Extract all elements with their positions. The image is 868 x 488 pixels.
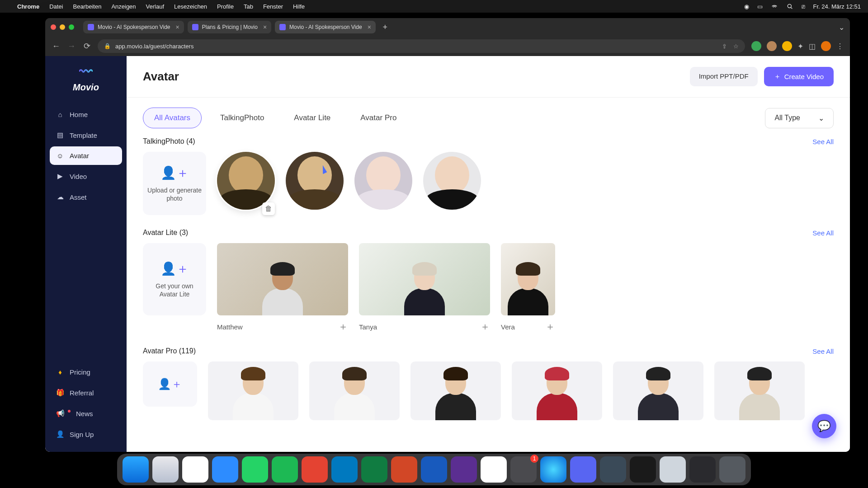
sidebar-item-video[interactable]: ▶Video [50,167,122,186]
dock-siri[interactable] [540,456,566,483]
dock-finder[interactable] [123,456,149,483]
browser-tab-active[interactable]: Movio - AI Spokesperson Vide× [275,21,376,33]
dock-spotify[interactable] [272,456,298,483]
menu-item[interactable]: Hilfe [293,3,305,10]
chevron-down-icon[interactable]: ⌄ [839,23,844,32]
dock-discord[interactable] [570,456,596,483]
sidebar-item-signup[interactable]: 👤Sign Up [50,425,122,444]
forward-button[interactable]: → [67,42,76,51]
dock-imovie[interactable] [451,456,477,483]
dock-drive[interactable] [481,456,507,483]
get-lite-card[interactable]: 👤＋ Get your own Avatar Lite [143,243,206,315]
search-icon[interactable] [786,3,793,10]
import-button[interactable]: Import PPT/PDF [690,67,758,86]
see-all-link[interactable]: See All [812,229,834,237]
dock-trash[interactable] [719,456,745,483]
battery-icon[interactable]: ▭ [757,3,763,10]
brand-logo[interactable]: 〰 Movio [50,64,122,93]
dock-chrome[interactable] [182,456,208,483]
close-icon[interactable]: × [176,23,179,31]
dock-todoist[interactable] [302,456,328,483]
extension-icon[interactable] [782,41,792,51]
type-select[interactable]: All Type⌄ [765,108,834,128]
side-panel-icon[interactable]: ◫ [809,42,816,51]
get-pro-card[interactable]: 👤＋ [143,361,197,407]
delete-button[interactable]: 🗑 [262,202,275,215]
wifi-icon[interactable] [771,3,778,10]
dock-zoom[interactable] [212,456,238,483]
dock-powerpoint[interactable] [391,456,417,483]
menu-item[interactable]: Fenster [263,3,283,10]
profile-avatar[interactable] [821,41,831,51]
menu-item[interactable]: Tab [244,3,253,10]
dock-trello[interactable] [331,456,358,483]
new-tab-button[interactable]: + [379,21,391,33]
dock-mission[interactable] [689,456,716,483]
share-icon[interactable]: ⇧ [722,43,727,50]
talkingphoto-item[interactable] [354,152,412,210]
browser-tab[interactable]: Plans & Pricing | Movio× [188,21,271,33]
dock-excel[interactable] [361,456,387,483]
menu-app-name[interactable]: Chrome [17,3,39,10]
sidebar-item-news[interactable]: 📢News [50,404,122,423]
add-button[interactable]: ＋ [338,320,348,333]
talkingphoto-item[interactable]: 🗑 [217,152,275,215]
talkingphoto-item[interactable] [286,152,344,210]
close-icon[interactable]: × [263,23,267,31]
browser-tab[interactable]: Movio - AI Spokesperson Vide× [83,21,184,33]
close-icon[interactable]: × [368,23,371,31]
pro-item[interactable] [613,361,703,420]
dock-audio[interactable] [630,456,656,483]
see-all-link[interactable]: See All [812,347,834,355]
menu-item[interactable]: Anzeigen [111,3,136,10]
lite-item[interactable]: Vera＋ [501,243,555,333]
upload-photo-card[interactable]: 👤＋ Upload or generate photo [143,152,206,215]
sidebar-item-pricing[interactable]: ♦Pricing [50,363,122,381]
lite-item[interactable]: Matthew＋ [217,243,348,333]
menu-item[interactable]: Profile [217,3,234,10]
filter-chip-pro[interactable]: Avatar Pro [349,108,408,128]
sidebar-item-referral[interactable]: 🎁Referral [50,383,122,402]
obs-icon[interactable]: ◉ [744,3,749,10]
reload-button[interactable]: ⟳ [82,41,91,51]
back-button[interactable]: ← [52,42,61,51]
address-bar[interactable]: 🔒 app.movio.la/guest/characters ⇧ ☆ [98,39,745,53]
see-all-link[interactable]: See All [812,138,834,145]
kebab-icon[interactable]: ⋮ [836,42,844,51]
sidebar-item-template[interactable]: ▤Template [50,126,122,145]
pro-item[interactable] [410,361,501,420]
filter-chip-talkingphoto[interactable]: TalkingPhoto [209,108,275,128]
dock-preview[interactable] [660,456,686,483]
pro-item[interactable] [309,361,400,420]
talkingphoto-item[interactable] [423,152,481,210]
menu-item[interactable]: Datei [49,3,63,10]
create-video-button[interactable]: ＋Create Video [764,67,834,86]
lite-item[interactable]: Tanya＋ [359,243,490,333]
filter-chip-lite[interactable]: Avatar Lite [283,108,342,128]
star-icon[interactable]: ☆ [733,43,739,50]
menu-item[interactable]: Verlauf [146,3,164,10]
extension-icon[interactable] [767,41,777,51]
window-controls[interactable] [51,24,74,30]
dock-quicktime[interactable] [600,456,626,483]
extension-icon[interactable] [751,41,761,51]
dock-safari[interactable] [152,456,179,483]
pro-item[interactable] [512,361,602,420]
control-center-icon[interactable]: ⎚ [802,3,805,10]
add-button[interactable]: ＋ [545,320,555,333]
sidebar-item-avatar[interactable]: ☺Avatar [50,146,122,165]
sidebar-item-home[interactable]: ⌂Home [50,105,122,124]
pro-item[interactable] [208,361,298,420]
puzzle-icon[interactable]: ✦ [797,42,803,51]
clock[interactable]: Fr. 24. März 12:51 [813,3,861,10]
chat-fab[interactable]: 💬 [812,414,836,438]
sidebar-item-asset[interactable]: ☁Asset [50,188,122,206]
menu-item[interactable]: Lesezeichen [174,3,207,10]
filter-chip-all[interactable]: All Avatars [143,108,202,128]
add-button[interactable]: ＋ [480,320,490,333]
pro-item[interactable] [714,361,805,420]
menu-item[interactable]: Bearbeiten [73,3,101,10]
dock-settings[interactable]: 1 [510,456,537,483]
dock-word[interactable] [421,456,447,483]
dock-whatsapp[interactable] [242,456,268,483]
